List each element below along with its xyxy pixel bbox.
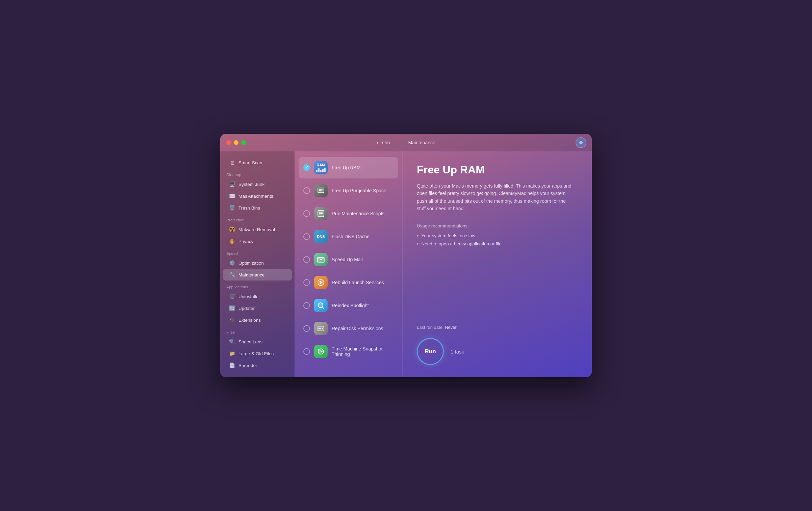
task-count-label: 1 task (451, 349, 464, 355)
minimize-button[interactable] (234, 140, 238, 145)
maximize-button[interactable] (241, 140, 246, 145)
last-run-info: Last run date: Never (417, 325, 578, 330)
sidebar: 🖥 Smart Scan Cleanup 🖥️ System Junk ✉️ M… (220, 151, 295, 377)
main-content: 🖥 Smart Scan Cleanup 🖥️ System Junk ✉️ M… (220, 151, 592, 377)
sidebar-label: Uninstaller (238, 294, 260, 299)
sidebar-item-maintenance[interactable]: 🔧 Maintenance (223, 269, 292, 281)
task-label-free-up-purgeable: Free Up Purgeable Space (332, 188, 386, 193)
task-radio-flush-dns-cache[interactable] (303, 233, 310, 240)
sidebar-item-optimization[interactable]: ⚙️ Optimization (223, 257, 292, 269)
section-label-applications: Applications (220, 281, 295, 290)
dns-icon: DNS (314, 230, 328, 243)
task-radio-free-up-purgeable[interactable] (303, 187, 310, 194)
sidebar-label: Optimization (238, 261, 264, 266)
sidebar-item-shredder[interactable]: 📄 Shredder (223, 360, 292, 371)
task-label-reindex-spotlight: Reindex Spotlight (332, 303, 369, 308)
task-item-free-up-ram[interactable]: RAM Free Up RAM (299, 157, 398, 178)
shredder-icon: 📄 (229, 362, 235, 368)
task-radio-reindex-spotlight[interactable] (303, 302, 310, 309)
task-item-flush-dns-cache[interactable]: DNS Flush DNS Cache (299, 226, 398, 247)
timemachine-icon (314, 345, 328, 358)
uninstaller-icon: 🗑️ (229, 293, 235, 299)
task-label-speed-up-mail: Speed Up Mail (332, 257, 363, 262)
sidebar-label: Malware Removal (238, 227, 275, 232)
usage-recommendations: Usage recommendations: Your system feels… (417, 223, 578, 248)
sidebar-label: Shredder (238, 363, 257, 368)
avatar-button[interactable] (576, 137, 586, 148)
run-button[interactable]: Run (417, 338, 444, 365)
main-window: ‹ Intro Maintenance 🖥 Smart Scan Cleanup… (220, 134, 592, 377)
task-radio-time-machine-snapshot[interactable] (303, 348, 310, 355)
sidebar-label: System Junk (238, 182, 264, 187)
task-radio-free-up-ram[interactable] (303, 164, 310, 171)
task-item-run-maintenance-scripts[interactable]: Run Maintenance Scripts (299, 203, 398, 224)
task-item-repair-disk-permissions[interactable]: Repair Disk Permissions (299, 318, 398, 339)
section-label-speed: Speed (220, 247, 295, 257)
last-run-value: Never (445, 325, 457, 330)
sidebar-label: Privacy (238, 239, 253, 244)
section-label-files: Files (220, 326, 295, 336)
usage-label: Usage recommendations: (417, 223, 578, 228)
back-arrow-icon: ‹ (377, 140, 378, 146)
task-item-speed-up-mail[interactable]: Speed Up Mail (299, 249, 398, 270)
task-item-rebuild-launch-services[interactable]: Rebuild Launch Services (299, 272, 398, 293)
usage-list: Your system feels too slow Need to open … (417, 232, 578, 248)
task-label-free-up-ram: Free Up RAM (332, 165, 361, 170)
trash-icon: 🗑️ (229, 205, 235, 211)
detail-description: Quite often your Mac's memory gets fully… (417, 182, 572, 213)
ram-icon: RAM (314, 161, 328, 174)
task-item-free-up-purgeable[interactable]: Free Up Purgeable Space (299, 180, 398, 201)
sidebar-item-trash-bins[interactable]: 🗑️ Trash Bins (223, 202, 292, 214)
updater-icon: 🔄 (229, 305, 235, 311)
mail-attachments-icon: ✉️ (229, 193, 235, 199)
space-lens-icon: 🔍 (229, 339, 235, 345)
sidebar-label: Large & Old Files (238, 351, 274, 356)
task-radio-repair-disk-permissions[interactable] (303, 325, 310, 332)
privacy-icon: ✋ (229, 238, 235, 244)
task-radio-run-maintenance-scripts[interactable] (303, 210, 310, 217)
purgeable-icon (314, 184, 328, 197)
spotlight-icon (314, 299, 328, 312)
maintenance-icon: 🔧 (229, 272, 235, 278)
sidebar-item-smart-scan[interactable]: 🖥 Smart Scan (223, 157, 292, 168)
usage-item-2: Need to open a heavy application or file (417, 240, 578, 248)
mail-icon (314, 253, 328, 266)
malware-icon: ☢️ (229, 226, 235, 233)
sidebar-item-uninstaller[interactable]: 🗑️ Uninstaller (223, 291, 292, 302)
task-item-reindex-spotlight[interactable]: Reindex Spotlight (299, 295, 398, 316)
avatar-icon (579, 141, 583, 144)
task-label-time-machine-snapshot: Time Machine Snapshot Thinning (332, 346, 394, 357)
section-label-protection: Protection (220, 214, 295, 223)
title-bar: ‹ Intro Maintenance (220, 134, 592, 151)
run-area: Run 1 task (417, 338, 578, 365)
svg-point-12 (322, 328, 323, 329)
sidebar-item-malware-removal[interactable]: ☢️ Malware Removal (223, 224, 292, 235)
task-radio-speed-up-mail[interactable] (303, 256, 310, 263)
task-label-repair-disk-permissions: Repair Disk Permissions (332, 326, 383, 331)
back-button[interactable]: ‹ Intro (377, 140, 390, 146)
sidebar-item-label: Smart Scan (238, 160, 262, 165)
task-label-run-maintenance-scripts: Run Maintenance Scripts (332, 211, 384, 216)
scripts-icon (314, 207, 328, 220)
large-files-icon: 📁 (229, 350, 235, 357)
task-radio-rebuild-launch-services[interactable] (303, 279, 310, 286)
sidebar-item-privacy[interactable]: ✋ Privacy (223, 236, 292, 247)
sidebar-label: Extensions (238, 318, 261, 323)
close-button[interactable] (226, 140, 231, 145)
task-item-time-machine-snapshot[interactable]: Time Machine Snapshot Thinning (299, 341, 398, 362)
sidebar-item-space-lens[interactable]: 🔍 Space Lens (223, 336, 292, 347)
sidebar-item-extensions[interactable]: 🔌 Extensions (223, 314, 292, 326)
extensions-icon: 🔌 (229, 317, 235, 323)
sidebar-item-large-old-files[interactable]: 📁 Large & Old Files (223, 348, 292, 359)
detail-title: Free Up RAM (417, 164, 578, 176)
sidebar-item-updater[interactable]: 🔄 Updater (223, 302, 292, 314)
sidebar-label: Maintenance (238, 272, 264, 277)
sidebar-item-system-junk[interactable]: 🖥️ System Junk (223, 178, 292, 190)
usage-item-1: Your system feels too slow (417, 232, 578, 240)
sidebar-label: Updater (238, 306, 255, 311)
launch-icon (314, 276, 328, 289)
task-label-rebuild-launch-services: Rebuild Launch Services (332, 280, 384, 285)
section-label-cleanup: Cleanup (220, 169, 295, 178)
sidebar-item-mail-attachments[interactable]: ✉️ Mail Attachments (223, 190, 292, 202)
optimization-icon: ⚙️ (229, 260, 235, 266)
